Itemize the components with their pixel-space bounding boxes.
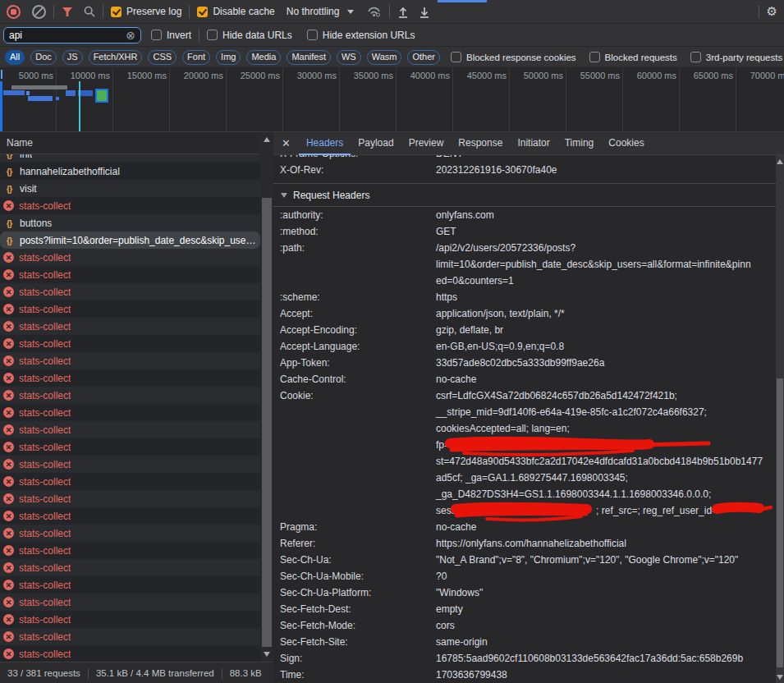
- request-name: stats-collect: [19, 304, 71, 315]
- divider: [189, 5, 190, 18]
- request-row[interactable]: ✕stats-collect: [0, 490, 260, 507]
- import-har-icon[interactable]: [397, 6, 409, 18]
- tab-timing[interactable]: Timing: [557, 132, 602, 155]
- throttling-dropdown[interactable]: No throttling: [287, 6, 355, 17]
- request-row[interactable]: ✕stats-collect: [0, 542, 260, 559]
- tab-preview[interactable]: Preview: [401, 132, 452, 155]
- invert-label: Invert: [167, 30, 191, 41]
- clear-filter-icon[interactable]: ⊗: [126, 30, 135, 41]
- request-row[interactable]: ✕stats-collect: [0, 611, 260, 628]
- hide-extension-urls-checkbox[interactable]: [307, 30, 318, 40]
- request-row[interactable]: ✕stats-collect: [0, 266, 260, 283]
- third-party-requests-checkbox[interactable]: [690, 52, 701, 62]
- requests-scrollbar[interactable]: [260, 132, 273, 662]
- request-row[interactable]: ✕stats-collect: [0, 335, 260, 352]
- clear-icon[interactable]: [32, 5, 46, 19]
- header-row: App-Token:33d57ade8c02dbc5a333db99ff9ae2…: [280, 355, 784, 371]
- header-row: Sec-Fetch-Site:same-origin: [280, 634, 784, 650]
- name-column-header[interactable]: Name: [0, 132, 260, 154]
- filter-pill-js[interactable]: JS: [62, 50, 83, 65]
- request-row[interactable]: {}hannahelizabethofficial: [0, 163, 260, 180]
- filter-input[interactable]: api ⊗: [3, 27, 141, 44]
- scroll-up-icon[interactable]: [777, 159, 783, 164]
- filter-pill-media[interactable]: Media: [246, 50, 281, 65]
- request-row[interactable]: {}posts?limit=10&order=publish_date_desc…: [0, 231, 260, 249]
- overview-tick: 70000 ms: [736, 68, 784, 131]
- header-value: 16785:5aad9602cf110608b03133de563642fac1…: [436, 650, 743, 667]
- request-name: stats-collect: [19, 493, 71, 505]
- blocked-requests-checkbox[interactable]: [589, 52, 600, 62]
- request-row[interactable]: ✕stats-collect: [0, 438, 260, 456]
- invert-checkbox[interactable]: [151, 30, 162, 40]
- preserve-log-checkbox[interactable]: [111, 7, 121, 17]
- request-row[interactable]: ✕stats-collect: [0, 369, 260, 387]
- tab-headers[interactable]: Headers: [299, 132, 351, 155]
- request-row[interactable]: ✕stats-collect: [0, 249, 260, 266]
- request-name: stats-collect: [19, 459, 71, 470]
- filter-pill-ws[interactable]: WS: [337, 50, 361, 65]
- error-icon: ✕: [3, 649, 14, 659]
- request-row[interactable]: ✕stats-collect: [0, 594, 260, 611]
- tab-initiator[interactable]: Initiator: [510, 132, 557, 155]
- search-icon[interactable]: [84, 6, 95, 17]
- request-row[interactable]: ✕stats-collect: [0, 645, 260, 662]
- settings-gear-icon[interactable]: ⚙: [767, 4, 777, 19]
- scrollbar-thumb[interactable]: [777, 378, 783, 667]
- header-name: Sec-Ch-Ua:: [280, 552, 436, 568]
- request-row[interactable]: ✕stats-collect: [0, 559, 260, 576]
- export-har-icon[interactable]: [419, 6, 430, 18]
- overview-bar: [56, 97, 59, 100]
- request-row[interactable]: ✕stats-collect: [0, 628, 260, 645]
- filter-pill-fetch-xhr[interactable]: Fetch/XHR: [89, 50, 143, 65]
- tab-cookies[interactable]: Cookies: [601, 132, 651, 155]
- tab-payload[interactable]: Payload: [351, 132, 401, 155]
- details-scrollbar[interactable]: [776, 155, 784, 683]
- scroll-up-icon[interactable]: [264, 137, 270, 142]
- filter-pill-wasm[interactable]: Wasm: [367, 50, 402, 65]
- request-row[interactable]: {}init: [0, 154, 260, 163]
- tab-response[interactable]: Response: [451, 132, 510, 155]
- header-value: csrf=LdfcGX4Sa72db06824c657db26a5d142472…: [436, 387, 763, 519]
- network-overview[interactable]: 5000 ms10000 ms15000 ms20000 ms25000 ms3…: [0, 68, 784, 132]
- request-row[interactable]: ✕stats-collect: [0, 507, 260, 525]
- request-row[interactable]: ✕stats-collect: [0, 318, 260, 335]
- hide-data-urls-checkbox[interactable]: [207, 30, 218, 40]
- overview-gray-bar: [11, 85, 67, 89]
- filter-pill-manifest[interactable]: Manifest: [287, 50, 331, 65]
- request-row[interactable]: {}visit: [0, 180, 260, 197]
- request-row[interactable]: ✕stats-collect: [0, 404, 260, 421]
- filter-pill-font[interactable]: Font: [182, 50, 210, 65]
- request-row[interactable]: ✕stats-collect: [0, 352, 260, 369]
- record-icon[interactable]: [7, 5, 21, 19]
- request-row[interactable]: ✕stats-collect: [0, 283, 260, 300]
- filter-icon[interactable]: [62, 7, 73, 17]
- scroll-down-icon[interactable]: [264, 652, 270, 657]
- header-value: application/json, text/plain, */*: [436, 305, 565, 322]
- filter-pill-img[interactable]: Img: [216, 50, 241, 65]
- header-row: Pragma:no-cache: [280, 519, 784, 535]
- header-name: Accept-Language:: [280, 338, 436, 355]
- request-row[interactable]: ✕stats-collect: [0, 576, 260, 594]
- header-name: App-Token:: [280, 355, 436, 371]
- request-row[interactable]: {}buttons: [0, 214, 260, 231]
- header-row: Sec-Ch-Ua:"Not_A Brand";v="8", "Chromium…: [280, 552, 784, 568]
- network-conditions-icon[interactable]: [367, 5, 382, 18]
- request-row[interactable]: ✕stats-collect: [0, 525, 260, 542]
- request-row[interactable]: ✕stats-collect: [0, 300, 260, 318]
- scroll-down-icon[interactable]: [777, 675, 783, 680]
- request-row[interactable]: ✕stats-collect: [0, 456, 260, 473]
- request-row[interactable]: ✕stats-collect: [0, 197, 260, 214]
- request-row[interactable]: ✕stats-collect: [0, 473, 260, 490]
- request-headers-section[interactable]: Request Headers: [273, 183, 784, 207]
- blocked-response-cookies-checkbox[interactable]: [451, 52, 461, 62]
- disable-cache-checkbox[interactable]: [197, 7, 208, 17]
- filter-pill-all[interactable]: All: [5, 50, 25, 65]
- filter-pill-doc[interactable]: Doc: [30, 50, 57, 65]
- close-icon[interactable]: ✕: [282, 137, 291, 149]
- filter-pill-css[interactable]: CSS: [148, 50, 177, 65]
- scrollbar-thumb[interactable]: [262, 198, 272, 647]
- request-name: stats-collect: [19, 580, 71, 591]
- filter-pill-other[interactable]: Other: [407, 50, 440, 65]
- request-row[interactable]: ✕stats-collect: [0, 387, 260, 404]
- request-row[interactable]: ✕stats-collect: [0, 421, 260, 438]
